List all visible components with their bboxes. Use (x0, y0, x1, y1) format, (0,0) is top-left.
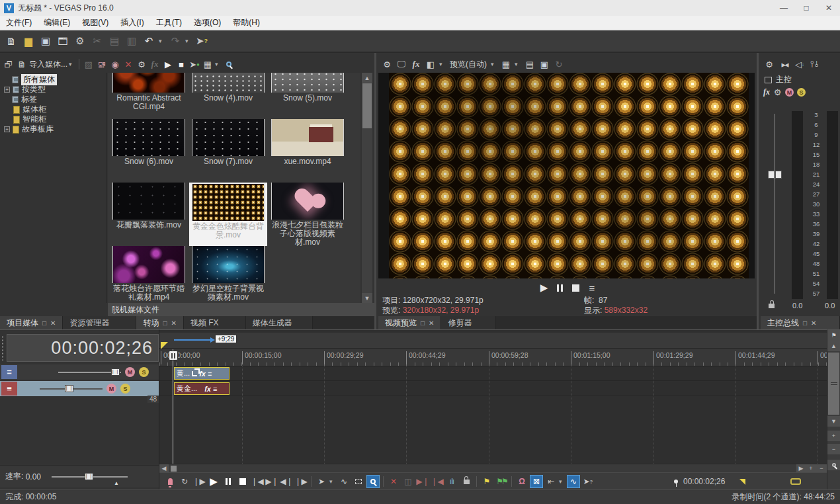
zoom-tool-icon[interactable] (366, 475, 380, 488)
tool-indicator-icon[interactable]: ➤? (581, 475, 595, 488)
preview-stop-icon[interactable]: ■ (175, 58, 187, 70)
preview-play-icon[interactable]: ▶ (162, 58, 174, 70)
split-screen-icon[interactable]: ◧ (425, 58, 437, 70)
record-icon[interactable] (163, 475, 177, 488)
search-icon[interactable] (223, 58, 235, 70)
edit-tool-caret-icon[interactable]: ▾ (329, 478, 336, 485)
track-header-video[interactable]: ≡ ❘❘ M S (0, 364, 159, 380)
capture-video-icon[interactable]: 🖳 (96, 58, 108, 70)
external-monitor-icon[interactable]: 🖵 (396, 58, 407, 70)
time-ruler[interactable]: 00:00:00;0000:00:15;0000:00:29;2900:00:4… (159, 349, 827, 366)
track-lane-video[interactable]: 黄... fx ≡ (159, 366, 827, 381)
tab-trimmer[interactable]: 修剪器 (441, 316, 496, 329)
track-fader[interactable]: ❘❘ (58, 372, 121, 373)
preview-stop-icon[interactable] (572, 284, 579, 292)
open-project-icon[interactable]: ▆ (21, 34, 36, 48)
scroll-down-icon[interactable]: ▼ (827, 416, 840, 427)
event-menu-icon[interactable]: ≡ (208, 370, 212, 378)
master-fader-handle[interactable] (768, 171, 782, 179)
mute-icon[interactable]: M (125, 367, 135, 377)
tab-close-icon[interactable]: ✕ (171, 319, 176, 327)
tab-master-bus[interactable]: 主控总线□✕ (761, 316, 840, 329)
tab-video-fx[interactable]: 视频 FX (184, 316, 246, 329)
mixer-views-icon[interactable]: ⫯⫰ (809, 58, 821, 70)
mixer-properties-icon[interactable]: ⚙ (763, 58, 775, 70)
tab-close-icon[interactable]: ✕ (429, 319, 434, 327)
playhead-handle[interactable] (169, 351, 178, 360)
scroll-down-icon[interactable]: ▼ (362, 293, 372, 303)
loop-playback-icon[interactable]: ↻ (178, 475, 191, 488)
trim-start-icon[interactable]: ▶❘ (416, 475, 429, 488)
play-icon[interactable]: ▶ (207, 475, 220, 488)
insert-audio-fx-icon[interactable]: ◁↓ (794, 58, 806, 70)
cursor-timecode[interactable]: 00:00:02;26 (683, 477, 725, 486)
envelope-tool-icon[interactable]: ∿ (337, 475, 351, 488)
media-fx-icon[interactable]: fx (149, 58, 161, 70)
redo-caret-icon[interactable]: ▾ (185, 38, 192, 44)
undo-caret-icon[interactable]: ▾ (159, 38, 165, 44)
tab-float-icon[interactable]: □ (421, 319, 425, 327)
marker-bar[interactable]: +9;29 (159, 333, 827, 349)
stop-icon[interactable] (236, 475, 249, 488)
go-to-end-icon[interactable]: ▶❘ (265, 475, 278, 488)
expand-icon[interactable]: + (4, 126, 10, 132)
interactive-tutorials-icon[interactable]: ➤? (194, 34, 209, 48)
save-project-icon[interactable]: ▣ (38, 34, 53, 48)
remove-media-icon[interactable]: ✕ (122, 58, 134, 70)
snap-icon[interactable]: Ω (515, 475, 528, 488)
tab-explorer[interactable]: 资源管理器 (63, 316, 136, 329)
tree-item-smart-bins[interactable]: 智能柜 (0, 114, 106, 124)
solo-icon[interactable]: S (797, 88, 806, 97)
tree-item-media-bins[interactable]: 媒体柜 (0, 105, 106, 114)
zoom-in-track-icon[interactable]: + (827, 431, 840, 441)
insert-bus-icon[interactable]: ▸◂ (778, 58, 790, 70)
ripple-caret-icon[interactable]: ▾ (559, 478, 566, 485)
tab-media-generators[interactable]: 媒体生成器 (246, 316, 313, 329)
insert-region-icon[interactable]: ⚑⚑ (495, 475, 508, 488)
media-item[interactable]: xue.mov.mp4 (269, 119, 347, 183)
video-event[interactable]: 黄... fx ≡ (174, 367, 230, 380)
media-item-selected[interactable]: 黄金金色炫酷舞台背景.mov (189, 183, 267, 246)
mute-icon[interactable]: M (106, 384, 116, 394)
track-lane-audio[interactable]: 黄金... fx ≡ (159, 382, 827, 396)
tab-transitions[interactable]: 转场□✕ (136, 316, 183, 329)
loop-start-marker-icon[interactable] (161, 342, 168, 349)
mute-icon[interactable]: M (785, 88, 794, 97)
tab-video-preview[interactable]: 视频预览□✕ (378, 316, 441, 329)
hover-scrub-icon[interactable]: ➤● (189, 58, 200, 70)
media-item[interactable]: Romantic Abstract CGI.mp4 (110, 73, 188, 119)
preview-quality-select[interactable]: 预览(自动) (448, 59, 488, 70)
media-item[interactable]: Snow (6).mov (110, 119, 188, 183)
track-menu-icon[interactable]: ≡ (1, 382, 17, 396)
media-item[interactable]: 花瓣飘落装饰.mov (110, 183, 188, 246)
views-caret-icon[interactable]: ▾ (215, 61, 222, 67)
new-project-icon[interactable]: 🗎 (4, 34, 19, 48)
loop-icon[interactable]: ↻ (553, 58, 565, 70)
tree-item-tags[interactable]: 标签 (0, 95, 106, 105)
tab-project-media[interactable]: 项目媒体□✕ (0, 316, 63, 329)
preview-play-icon[interactable]: ▶ (540, 282, 548, 294)
tab-close-icon[interactable]: ✕ (50, 319, 56, 327)
zoom-out-track-icon[interactable]: − (827, 444, 840, 454)
quality-caret-icon[interactable]: ▾ (491, 61, 497, 67)
expand-icon[interactable]: + (4, 87, 10, 93)
auto-ripple-icon[interactable]: ⇤ (544, 475, 558, 488)
project-properties-icon[interactable]: ⚙ (73, 34, 87, 48)
zoom-in-time-icon[interactable]: + (806, 464, 816, 472)
paste-icon[interactable]: ▥ (124, 34, 139, 48)
menu-file[interactable]: 文件(F) (0, 17, 38, 28)
solo-icon[interactable]: S (120, 384, 130, 394)
media-item[interactable]: Snow (5).mov (269, 73, 347, 119)
render-as-icon[interactable]: 🗔 (56, 34, 70, 48)
go-to-start-icon[interactable]: ❘◀ (251, 475, 264, 488)
pause-icon[interactable] (222, 475, 235, 488)
preview-pause-icon[interactable] (557, 284, 563, 292)
tab-float-icon[interactable]: □ (803, 319, 807, 327)
maximize-button[interactable]: □ (795, 3, 818, 13)
solo-icon[interactable]: S (139, 367, 149, 377)
marker-tool-icon[interactable]: ⚑ (827, 330, 840, 341)
overlay-caret-icon[interactable]: ▾ (515, 61, 521, 67)
tree-item-by-type[interactable]: + 按类型 (0, 85, 106, 95)
import-caret-icon[interactable]: ▾ (69, 61, 75, 67)
menu-tools[interactable]: 工具(T) (150, 17, 188, 28)
